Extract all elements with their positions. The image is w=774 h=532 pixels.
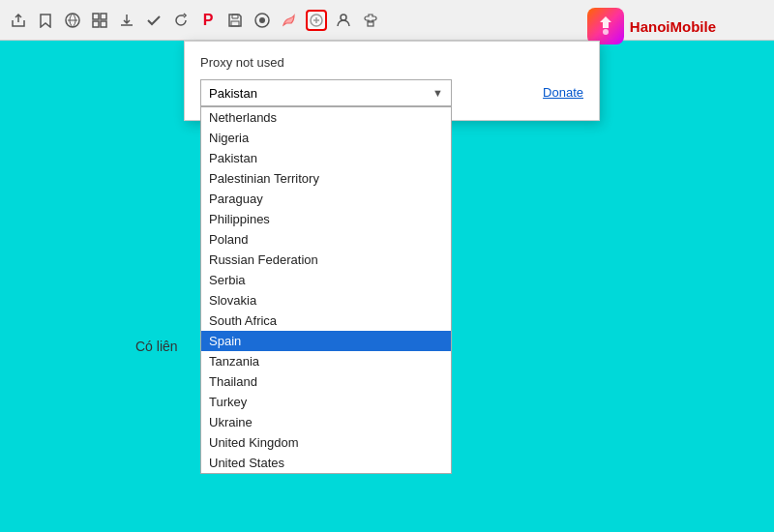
proxy-icon[interactable] (306, 10, 327, 31)
list-item[interactable]: Venezuela (201, 473, 451, 474)
list-item[interactable]: Nigeria (201, 128, 451, 148)
svg-rect-2 (101, 14, 106, 19)
list-item[interactable]: Thailand (201, 371, 451, 392)
profile-icon[interactable] (333, 10, 354, 31)
extensions-icon[interactable] (360, 10, 381, 31)
circle-icon[interactable] (252, 10, 273, 31)
list-item[interactable]: Palestinian Territory (201, 168, 451, 189)
svg-rect-1 (93, 14, 99, 19)
proxy-popup: Proxy not used Pakistan ▼ NetherlandsNig… (184, 41, 600, 121)
svg-point-7 (259, 17, 265, 23)
dropdown-arrow: ▼ (432, 87, 443, 99)
download-icon[interactable] (116, 10, 137, 31)
svg-point-9 (341, 15, 346, 20)
hanoi-logo: HanoiMobile (587, 8, 716, 44)
svg-rect-4 (101, 21, 106, 27)
list-item[interactable]: South Africa (201, 310, 451, 331)
list-item[interactable]: United States (201, 453, 451, 473)
hanoi-logo-icon (587, 8, 624, 44)
share-icon[interactable] (8, 10, 29, 31)
co-lien-text: Có liên (135, 339, 178, 354)
list-item[interactable]: Turkey (201, 392, 451, 412)
country-select-display[interactable]: Pakistan ▼ (200, 79, 452, 106)
country-select-wrapper: Pakistan ▼ NetherlandsNigeriaPakistanPal… (200, 79, 452, 106)
list-item[interactable]: Slovakia (201, 290, 451, 310)
svg-rect-3 (93, 21, 99, 27)
bookmark-icon[interactable] (35, 10, 56, 31)
fox-icon[interactable] (279, 10, 300, 31)
dropdown-list-inner[interactable]: NetherlandsNigeriaPakistanPalestinian Te… (201, 107, 451, 474)
svg-point-11 (603, 29, 609, 35)
selected-country-label: Pakistan (209, 86, 257, 101)
list-item[interactable]: Philippines (201, 209, 451, 229)
list-item[interactable]: Poland (201, 229, 451, 250)
list-item[interactable]: Spain (201, 331, 451, 351)
check-icon[interactable] (143, 10, 164, 31)
list-item[interactable]: Paraguay (201, 189, 451, 209)
grid-icon[interactable] (89, 10, 110, 31)
list-item[interactable]: Ukraine (201, 412, 451, 432)
refresh-icon[interactable] (170, 10, 192, 31)
list-item[interactable]: United Kingdom (201, 432, 451, 453)
country-dropdown-list: NetherlandsNigeriaPakistanPalestinian Te… (200, 106, 452, 474)
popup-header: Proxy not used (200, 55, 583, 70)
list-item[interactable]: Russian Federation (201, 250, 451, 270)
save-icon[interactable] (224, 10, 246, 31)
pinterest-icon[interactable]: P (197, 10, 219, 31)
list-item[interactable]: Netherlands (201, 107, 451, 128)
hanoi-logo-text: HanoiMobile (630, 18, 716, 35)
donate-link[interactable]: Donate (543, 79, 583, 100)
list-item[interactable]: Serbia (201, 270, 451, 290)
select-row: Pakistan ▼ NetherlandsNigeriaPakistanPal… (200, 79, 583, 106)
list-item[interactable]: Pakistan (201, 148, 451, 168)
vpn-icon[interactable] (62, 10, 83, 31)
list-item[interactable]: Tanzania (201, 351, 451, 371)
